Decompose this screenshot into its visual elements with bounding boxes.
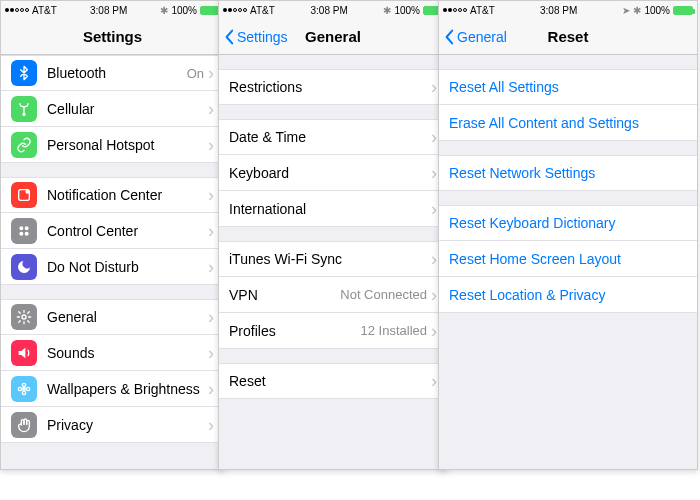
- svg-point-9: [22, 383, 25, 386]
- back-button[interactable]: Settings: [223, 29, 288, 45]
- gear-icon: [11, 304, 37, 330]
- list-row[interactable]: BluetoothOn›: [1, 55, 224, 91]
- list-row[interactable]: Notification Center›: [1, 177, 224, 213]
- signal-dots-icon: [223, 8, 247, 12]
- chevron-right-icon: ›: [431, 250, 437, 268]
- status-bar: AT&T 3:08 PM ➤ ✱ 100%: [439, 1, 697, 19]
- row-label: Reset Location & Privacy: [449, 287, 687, 303]
- chevron-right-icon: ›: [208, 222, 214, 240]
- bluetooth-icon: ✱: [633, 5, 641, 16]
- chevron-right-icon: ›: [431, 200, 437, 218]
- chevron-right-icon: ›: [208, 380, 214, 398]
- bluetooth-icon: ✱: [383, 5, 391, 16]
- list-row[interactable]: Reset›: [219, 363, 447, 399]
- row-label: Privacy: [47, 417, 208, 433]
- list-row[interactable]: Erase All Content and Settings: [439, 105, 697, 141]
- carrier-label: AT&T: [32, 5, 57, 16]
- list-row[interactable]: Profiles12 Installed›: [219, 313, 447, 349]
- svg-point-6: [25, 232, 28, 235]
- svg-point-3: [20, 227, 23, 230]
- back-label: Settings: [237, 29, 288, 45]
- list-row[interactable]: Reset All Settings: [439, 69, 697, 105]
- moon-icon: [11, 254, 37, 280]
- chevron-right-icon: ›: [431, 78, 437, 96]
- list-row[interactable]: VPNNot Connected›: [219, 277, 447, 313]
- svg-point-2: [25, 190, 29, 194]
- hand-icon: [11, 412, 37, 438]
- flower-icon: [11, 376, 37, 402]
- battery-icon: [200, 6, 220, 15]
- svg-point-0: [23, 113, 25, 115]
- row-label: Bluetooth: [47, 65, 187, 81]
- chevron-right-icon: ›: [431, 286, 437, 304]
- list-row[interactable]: Sounds›: [1, 335, 224, 371]
- battery-percent: 100%: [171, 5, 197, 16]
- row-value: 12 Installed: [361, 323, 428, 338]
- chevron-right-icon: ›: [208, 136, 214, 154]
- row-label: Profiles: [229, 323, 361, 339]
- list-row[interactable]: Privacy›: [1, 407, 224, 443]
- list-row[interactable]: Reset Keyboard Dictionary: [439, 205, 697, 241]
- list-row[interactable]: Wallpapers & Brightness›: [1, 371, 224, 407]
- reset-list[interactable]: Reset All SettingsErase All Content and …: [439, 69, 697, 313]
- row-label: Personal Hotspot: [47, 137, 208, 153]
- row-label: Reset Keyboard Dictionary: [449, 215, 687, 231]
- nav-bar: General Reset: [439, 19, 697, 55]
- carrier-label: AT&T: [470, 5, 495, 16]
- chevron-right-icon: ›: [431, 128, 437, 146]
- list-row[interactable]: iTunes Wi-Fi Sync›: [219, 241, 447, 277]
- bt-icon: [11, 60, 37, 86]
- svg-point-12: [26, 387, 29, 390]
- row-label: International: [229, 201, 431, 217]
- spk-icon: [11, 340, 37, 366]
- status-bar: AT&T 3:08 PM ✱ 100%: [219, 1, 447, 19]
- list-row[interactable]: Restrictions›: [219, 69, 447, 105]
- back-button[interactable]: General: [443, 29, 507, 45]
- list-row[interactable]: Reset Location & Privacy: [439, 277, 697, 313]
- ctrl-icon: [11, 218, 37, 244]
- list-row[interactable]: Control Center›: [1, 213, 224, 249]
- row-label: iTunes Wi-Fi Sync: [229, 251, 431, 267]
- row-value: On: [187, 66, 204, 81]
- clock-label: 3:08 PM: [90, 5, 127, 16]
- list-row[interactable]: International›: [219, 191, 447, 227]
- signal-dots-icon: [5, 8, 29, 12]
- row-label: General: [47, 309, 208, 325]
- link-icon: [11, 132, 37, 158]
- chevron-right-icon: ›: [208, 64, 214, 82]
- ant-icon: [11, 96, 37, 122]
- list-row[interactable]: Reset Network Settings: [439, 155, 697, 191]
- row-label: Wallpapers & Brightness: [47, 381, 208, 397]
- page-title: Reset: [548, 28, 589, 45]
- row-label: Date & Time: [229, 129, 431, 145]
- row-label: Erase All Content and Settings: [449, 115, 687, 131]
- list-row[interactable]: Personal Hotspot›: [1, 127, 224, 163]
- bluetooth-icon: ✱: [160, 5, 168, 16]
- list-row[interactable]: General›: [1, 299, 224, 335]
- row-value: Not Connected: [340, 287, 427, 302]
- battery-percent: 100%: [644, 5, 670, 16]
- list-row[interactable]: Cellular›: [1, 91, 224, 127]
- phone-general: AT&T 3:08 PM ✱ 100% Settings General Res…: [218, 0, 448, 470]
- general-list[interactable]: Restrictions›Date & Time›Keyboard›Intern…: [219, 69, 447, 399]
- row-label: Notification Center: [47, 187, 208, 203]
- list-row[interactable]: Date & Time›: [219, 119, 447, 155]
- phone-reset: AT&T 3:08 PM ➤ ✱ 100% General Reset Rese…: [438, 0, 698, 470]
- svg-point-7: [22, 315, 26, 319]
- list-row[interactable]: Do Not Disturb›: [1, 249, 224, 285]
- row-label: Control Center: [47, 223, 208, 239]
- list-row[interactable]: Reset Home Screen Layout: [439, 241, 697, 277]
- nav-bar: Settings General: [219, 19, 447, 55]
- page-title: Settings: [83, 28, 142, 45]
- chevron-right-icon: ›: [208, 344, 214, 362]
- chevron-right-icon: ›: [208, 258, 214, 276]
- list-row[interactable]: Keyboard›: [219, 155, 447, 191]
- row-label: Do Not Disturb: [47, 259, 208, 275]
- row-label: Reset: [229, 373, 431, 389]
- notif-icon: [11, 182, 37, 208]
- signal-dots-icon: [443, 8, 467, 12]
- row-label: Cellular: [47, 101, 208, 117]
- chevron-right-icon: ›: [208, 308, 214, 326]
- settings-list[interactable]: BluetoothOn›Cellular›Personal Hotspot›No…: [1, 55, 224, 443]
- row-label: Sounds: [47, 345, 208, 361]
